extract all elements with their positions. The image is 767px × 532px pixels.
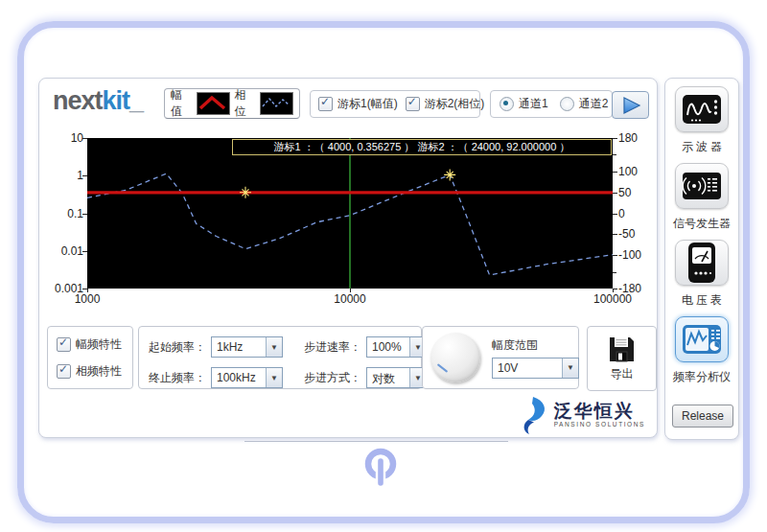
cursor2-checkbox-row[interactable]: 游标2(相位) [406, 96, 485, 112]
x-axis-tick-label: 10000 [321, 292, 379, 306]
phase-trace-checkbox[interactable] [57, 364, 71, 379]
step-mode-select[interactable]: 对数 ▼ [366, 367, 427, 388]
sidebar-item-frequency-analyzer[interactable]: 频率分析仪 [665, 309, 738, 385]
channel-radio-group: 通道1 通道2 [490, 90, 613, 118]
cursor-marker-icon[interactable] [444, 169, 455, 180]
signal-generator-icon [681, 169, 723, 203]
axis-tick [87, 289, 88, 292]
voltmeter-label: 电压表 [682, 292, 725, 309]
run-button[interactable] [612, 91, 649, 119]
sweep-settings-group: 起始频率： 1kHz ▼ 步进速率： 100% ▼ 终止频率： 100kHz ▼… [138, 326, 422, 389]
chevron-down-icon[interactable]: ▼ [266, 368, 282, 387]
release-button[interactable]: Release [672, 405, 733, 428]
right-axis-tick-label: -50 [618, 227, 635, 241]
axis-tick [350, 289, 351, 292]
voltmeter-button[interactable] [675, 240, 729, 286]
phase-trace-label: 相频特性 [76, 363, 122, 380]
cursor-marker-icon[interactable] [240, 187, 251, 198]
footer-divider [244, 441, 508, 442]
bode-chart: 游标1 ：（ 4000, 0.356275 ） 游标2 ：（ 24000, 92… [39, 128, 657, 307]
frequency-analyzer-label: 频率分析仪 [673, 369, 731, 385]
left-axis-tick-label: 10 [39, 131, 83, 145]
chevron-down-icon[interactable]: ▼ [562, 359, 578, 378]
phase-trace-checkbox-row[interactable]: 相频特性 [57, 363, 132, 380]
right-axis-tick-label: 0 [618, 207, 625, 220]
channel2-label: 通道2 [579, 96, 609, 112]
step-rate-value: 100% [367, 337, 409, 357]
phase-line-swatch-icon [260, 92, 293, 115]
stop-freq-field: 终止频率： 100kHz ▼ [149, 367, 283, 388]
cursor2-label: 游标2(相位) [425, 96, 485, 112]
right-axis-tick-label: 50 [618, 186, 631, 199]
right-axis-tick-label: 180 [618, 131, 638, 145]
start-freq-value: 1kHz [212, 337, 266, 357]
export-label: 导出 [611, 366, 634, 382]
play-icon [616, 95, 645, 116]
legend-phase-label: 相位 [235, 87, 256, 120]
axis-tick [613, 255, 617, 256]
amp-range-value: 10V [493, 359, 562, 378]
pansino-brand: 泛华恒兴 PANSINO SOLUTIONS [520, 395, 645, 435]
sidebar-item-signal-generator[interactable]: 信号发生器 [665, 155, 738, 232]
axis-tick [613, 289, 614, 292]
amplitude-trace-label: 幅频特性 [76, 336, 122, 353]
channel2-radio[interactable] [560, 97, 574, 111]
step-rate-field: 步进速率： 100% ▼ [304, 336, 427, 358]
stop-freq-label: 终止频率： [149, 370, 206, 386]
release-label: Release [682, 409, 724, 423]
x-axis-tick-label: 1000 [58, 292, 116, 306]
export-group[interactable]: 导出 [587, 326, 657, 391]
cursor2-checkbox[interactable] [406, 97, 420, 111]
axis-tick [82, 214, 87, 215]
chevron-down-icon[interactable]: ▼ [266, 337, 282, 357]
step-mode-label: 步进方式： [304, 370, 361, 386]
right-axis-tick-label: -100 [618, 248, 641, 262]
step-rate-select[interactable]: 100% ▼ [366, 336, 427, 358]
oscilloscope-button[interactable] [675, 86, 729, 132]
cursor1-checkbox-row[interactable]: 游标1(幅值) [318, 96, 398, 112]
signal-generator-button[interactable] [675, 163, 729, 209]
legend-box: 幅值 相位 [164, 88, 300, 119]
pansino-logo-icon [520, 395, 550, 435]
left-axis-tick-label: 1 [39, 169, 83, 182]
axis-tick [82, 175, 87, 176]
axis-tick [613, 138, 617, 139]
axis-tick [613, 172, 617, 173]
amplitude-trace-checkbox[interactable] [57, 337, 71, 352]
cursor1-label: 游标1(幅值) [337, 96, 398, 112]
cursor-checkbox-group: 游标1(幅值) 游标2(相位) [310, 90, 480, 118]
amplitude-range-knob[interactable] [430, 333, 480, 382]
stop-freq-select[interactable]: 100kHz ▼ [211, 367, 283, 388]
plot-area[interactable]: 游标1 ：（ 4000, 0.356275 ） 游标2 ：（ 24000, 92… [87, 138, 613, 289]
start-freq-select[interactable]: 1kHz ▼ [211, 336, 283, 358]
nextkit-logo: nextkit_ [53, 86, 143, 116]
cursor1-checkbox[interactable] [318, 97, 333, 111]
frequency-analyzer-button[interactable] [675, 316, 729, 362]
power-logo-icon [362, 445, 401, 497]
sidebar-item-oscilloscope[interactable]: 示波器 [665, 79, 738, 155]
amp-range-label: 幅度范围 [492, 337, 579, 354]
brand-english-name: PANSINO SOLUTIONS [554, 422, 645, 428]
channel1-radio[interactable] [500, 97, 514, 111]
axis-tick [613, 154, 616, 155]
axis-tick [613, 272, 616, 273]
amp-range-select[interactable]: 10V ▼ [492, 358, 579, 379]
start-freq-field: 起始频率： 1kHz ▼ [149, 336, 283, 358]
signal-generator-label: 信号发生器 [673, 216, 731, 232]
axis-tick [613, 214, 617, 215]
channel1-radio-row[interactable]: 通道1 [500, 96, 548, 112]
floppy-disk-icon[interactable] [607, 335, 637, 364]
knob-indicator [437, 363, 448, 373]
channel2-radio-row[interactable]: 通道2 [560, 96, 609, 112]
sidebar-item-voltmeter[interactable]: 电压表 [665, 232, 738, 309]
channel1-label: 通道1 [519, 96, 548, 112]
instrument-sidebar: 示波器 信号发生器 [664, 78, 739, 440]
amplitude-range-group: 幅度范围 10V ▼ [422, 326, 579, 389]
brand-chinese-name: 泛华恒兴 [554, 402, 645, 420]
x-axis-tick-label: 100000 [584, 292, 641, 306]
main-panel: nextkit_ 幅值 相位 游标1(幅值) 游标2(相位) 通道1 通道2 [38, 78, 658, 438]
amplitude-trace-checkbox-row[interactable]: 幅频特性 [57, 336, 132, 353]
axis-tick [82, 251, 87, 252]
legend-amplitude-label: 幅值 [171, 87, 192, 120]
step-mode-value: 对数 [367, 368, 409, 387]
